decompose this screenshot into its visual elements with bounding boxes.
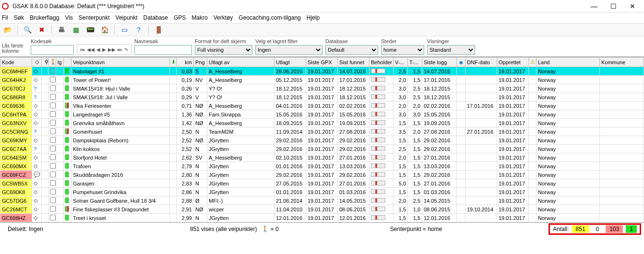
col-t[interactable]: T-...	[408, 58, 422, 67]
cell-check[interactable]	[48, 145, 56, 153]
cell-navn[interactable]: Solnør Gaard Golfbane, Hull 18 3/4	[72, 196, 170, 205]
col-warn[interactable]: ⚠	[529, 58, 537, 67]
cell-check[interactable]	[48, 162, 56, 171]
home-icon[interactable]: 🏠	[100, 25, 109, 35]
menu-fil[interactable]: Fil	[2, 14, 8, 21]
cell-kode[interactable]: GC69FCZ	[0, 171, 32, 179]
col-utlagt[interactable]: Utlagt	[274, 58, 306, 67]
cell-navn[interactable]: Pumpehuset Grindvika	[72, 188, 170, 196]
table-row[interactable]: GC686R8?SMAK15#18: Jul i Valle0,29VY? O!…	[0, 93, 644, 102]
cell-navn[interactable]: Garasjen	[72, 179, 170, 188]
menu-database[interactable]: Database	[143, 14, 168, 21]
cell-check[interactable]	[48, 188, 56, 196]
col-beholder[interactable]: Beholder	[370, 58, 394, 67]
col-png[interactable]: Png	[194, 58, 207, 67]
database-select[interactable]: Default	[325, 45, 378, 55]
kodesok-input[interactable]	[31, 45, 74, 55]
cell-check[interactable]	[48, 171, 56, 179]
col-opprettet[interactable]: Opprettet	[497, 58, 529, 67]
col-funnet[interactable]: Sist funnet	[338, 58, 370, 67]
cell-kode[interactable]: GC6C7AA	[0, 145, 32, 153]
vcr-edit-icon[interactable]: ✎	[124, 47, 128, 52]
cell-check[interactable]	[48, 136, 56, 145]
menu-gps[interactable]: GPS	[174, 14, 186, 21]
menu-hjelp[interactable]: Hjelp	[307, 14, 320, 21]
cell-check[interactable]	[48, 205, 56, 214]
table-row[interactable]: GC26MCT◇Fine fiskeplasser #3 Dragsundet2…	[0, 205, 644, 214]
maximize-button[interactable]: ☐	[604, 1, 623, 12]
col-navn[interactable]: Veipunktnavn	[72, 58, 170, 67]
table-row[interactable]: GC57DG6◇Solnør Gaard Golfbane, Hull 18 3…	[0, 196, 644, 205]
cell-kode[interactable]: GC57DG6	[0, 196, 32, 205]
print-icon[interactable]: 🖶	[57, 25, 66, 35]
cell-navn[interactable]: Fine fiskeplasser #3 Dragsundet	[72, 205, 170, 214]
cell-kode[interactable]: GC63NXV	[0, 119, 32, 127]
cell-navn[interactable]: Grønvika småbåthavn	[72, 119, 170, 127]
open-icon[interactable]: 📂	[3, 25, 12, 35]
table-row[interactable]: GC69KMY◇Dampskipkaia (Reborn)2,52NØJGryt…	[0, 136, 644, 145]
delete-icon[interactable]: ✖	[37, 25, 47, 35]
navnesok-input[interactable]	[134, 45, 192, 55]
filter-select[interactable]: Ingen	[255, 45, 322, 55]
menu-geocaching[interactable]: Geocaching.com-tilgang	[239, 14, 300, 21]
menu-senterpunkt[interactable]: Senterpunkt	[79, 14, 110, 21]
cell-navn[interactable]: SMAK15#18: Hjul i Valle	[72, 84, 170, 93]
cell-navn[interactable]: Gomerhuset	[72, 127, 170, 136]
col-lg[interactable]: lg	[56, 58, 64, 67]
col-km[interactable]: km	[177, 58, 194, 67]
vcr-back[interactable]: ◀	[96, 47, 100, 52]
table-row[interactable]: GC69636◇Vika Feriesenter0,71NØA_Hesselbe…	[0, 102, 644, 110]
col-land[interactable]: Land	[537, 58, 600, 67]
col-arrow[interactable]: ⬇	[170, 58, 177, 67]
col-smiley[interactable]: ☻	[457, 58, 465, 67]
cell-check[interactable]	[48, 214, 56, 222]
col-v[interactable]: V-...	[394, 58, 408, 67]
cell-navn[interactable]: Skuddårsdagen 2016	[72, 171, 170, 179]
col-icon2[interactable]: ⚲	[42, 58, 48, 67]
cell-check[interactable]	[48, 153, 56, 162]
visninger-select[interactable]: Standard	[427, 45, 475, 55]
close-button[interactable]: ✕	[623, 1, 642, 12]
table-row[interactable]: GC698HZ◇Treet i krysset2,99NJGrytten12.0…	[0, 214, 644, 222]
cell-kode[interactable]: GC26MCT	[0, 205, 32, 214]
col-person[interactable]: 🚶	[48, 58, 56, 67]
cell-navn[interactable]: SMAK15#18: Jul i Valle	[72, 93, 170, 102]
cell-kode[interactable]: GC69636	[0, 102, 32, 110]
table-row[interactable]: GC64E5M◇Storfjord Hotel2,62SVA_Hesselber…	[0, 153, 644, 162]
col-dnf[interactable]: DNF-dato	[465, 58, 497, 67]
cell-kode[interactable]: GC6MHEF	[0, 67, 32, 76]
steder-select[interactable]: home	[381, 45, 424, 55]
menu-verktoy[interactable]: Verktøy	[214, 14, 233, 21]
cell-check[interactable]	[48, 93, 56, 102]
cell-navn[interactable]: Nabolaget #1	[72, 67, 170, 76]
vcr-play[interactable]: ▶	[102, 47, 106, 52]
vcr-last[interactable]: ⏭	[118, 47, 122, 52]
vcr-fwd[interactable]: ▶▶	[108, 47, 116, 52]
cell-kode[interactable]: GC5WB5X	[0, 179, 32, 188]
table-row[interactable]: GC6MHEF◇Nabolaget #10,03SA_Hesselberg28.…	[0, 67, 644, 76]
exit-icon[interactable]: 🚪	[154, 25, 163, 35]
cell-navn[interactable]: Langedraget #5	[72, 110, 170, 119]
cell-check[interactable]	[48, 110, 56, 119]
col-kode[interactable]: Kode	[0, 58, 32, 67]
cell-kode[interactable]: GC690K8	[0, 188, 32, 196]
cell-check[interactable]	[48, 196, 56, 205]
cell-check[interactable]	[48, 84, 56, 93]
vcr-prev[interactable]: ◀◀	[87, 47, 95, 52]
search-icon[interactable]: 🔍	[23, 25, 32, 35]
menu-vis[interactable]: Vis	[65, 14, 72, 21]
cell-kode[interactable]: GC690MX	[0, 162, 32, 171]
cell-navn[interactable]: Dampskipkaia (Reborn)	[72, 136, 170, 145]
menu-makro[interactable]: Makro	[191, 14, 207, 21]
menu-veipunkt[interactable]: Veipunkt	[116, 14, 138, 21]
cell-navn[interactable]: Treet i krysset	[72, 214, 170, 222]
cell-check[interactable]	[48, 179, 56, 188]
col-gpx[interactable]: Siste GPX	[306, 58, 338, 67]
col-kommune[interactable]: Kommune	[600, 58, 644, 67]
cell-navn[interactable]: Klin kokkos	[72, 145, 170, 153]
table-row[interactable]: GC690MX◇Trafoen2,79NJGrytten01.01.201619…	[0, 162, 644, 171]
table-row[interactable]: GC5WB5X◇Garasjen2,83NJGrytten27.05.20151…	[0, 179, 644, 188]
format-select[interactable]: Full visning	[195, 45, 252, 55]
cell-kode[interactable]: GC64E5M	[0, 153, 32, 162]
col-logg[interactable]: Siste logg	[422, 58, 457, 67]
